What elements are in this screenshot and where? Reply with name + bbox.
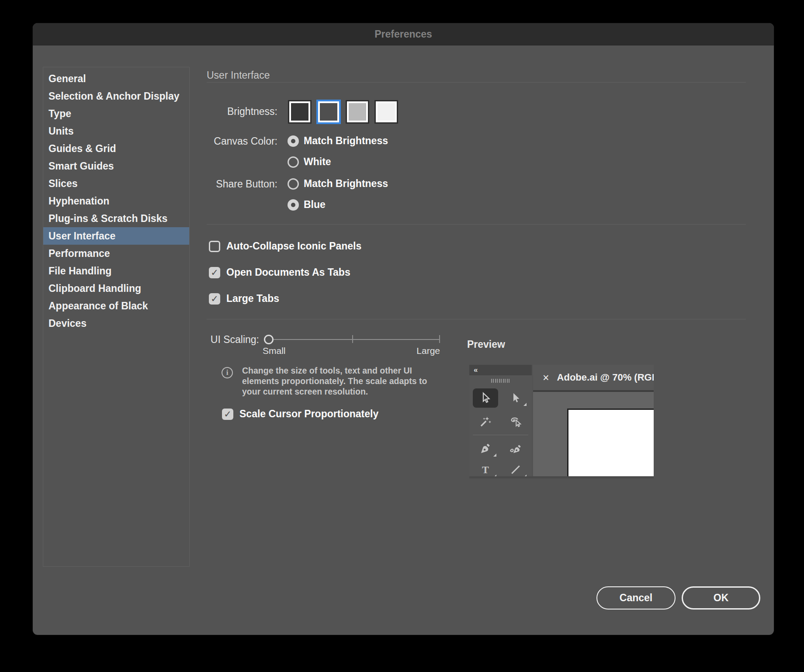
share-button-match-brightness-option-label[interactable]: Match Brightness xyxy=(304,178,388,190)
sidebar-item-hyphenation[interactable]: Hyphenation xyxy=(43,192,189,210)
collapse-panel-icon: « xyxy=(474,366,477,374)
divider xyxy=(207,224,746,225)
svg-text:T: T xyxy=(482,464,489,475)
share-button-match-brightness-radio[interactable] xyxy=(288,178,299,190)
open-documents-as-tabs-label[interactable]: Open Documents As Tabs xyxy=(226,267,350,278)
scale-cursor-proportionately-label[interactable]: Scale Cursor Proportionately xyxy=(239,408,378,420)
curvature-pen-tool-icon xyxy=(503,439,528,458)
ui-scaling-slider-track[interactable] xyxy=(274,339,440,340)
sidebar-item-selection-anchor-display[interactable]: Selection & Anchor Display xyxy=(43,87,189,105)
sidebar-item-clipboard-handling[interactable]: Clipboard Handling xyxy=(43,280,189,297)
brightness-swatch-light[interactable] xyxy=(376,101,397,122)
ui-scaling-slider-handle[interactable] xyxy=(264,335,274,344)
sidebar-item-guides-grid[interactable]: Guides & Grid xyxy=(43,140,189,157)
divider xyxy=(207,82,746,83)
ok-button[interactable]: OK xyxy=(682,586,760,610)
info-icon: i xyxy=(222,367,233,378)
canvas-color-match-brightness-radio[interactable] xyxy=(288,135,299,147)
title-bar[interactable]: Preferences xyxy=(33,23,774,45)
preview-document-tab: × Adobe.ai @ 70% (RGB/ xyxy=(533,365,654,392)
pen-tool-icon xyxy=(473,439,498,458)
large-tabs-label[interactable]: Large Tabs xyxy=(226,293,279,305)
share-button-blue-radio[interactable] xyxy=(288,199,299,211)
sidebar-item-file-handling[interactable]: File Handling xyxy=(43,262,189,280)
share-button-label: Share Button: xyxy=(181,178,277,190)
line-segment-tool-icon xyxy=(503,460,528,476)
preferences-dialog: Preferences General Selection & Anchor D… xyxy=(33,23,774,635)
ui-scaling-slider-end-tick xyxy=(439,335,440,343)
canvas-color-white-option-label[interactable]: White xyxy=(304,156,331,168)
cancel-button[interactable]: Cancel xyxy=(596,586,676,610)
auto-collapse-iconic-panels-label[interactable]: Auto-Collapse Iconic Panels xyxy=(226,240,361,252)
tab-close-icon: × xyxy=(543,371,549,384)
type-tool-icon: T xyxy=(473,460,498,476)
preview-artboard xyxy=(567,409,654,476)
ui-scaling-label: UI Scaling: xyxy=(163,334,259,346)
brightness-swatch-medium-dark[interactable] xyxy=(318,101,339,122)
sidebar-item-performance[interactable]: Performance xyxy=(43,245,189,262)
ui-scaling-max-label: Large xyxy=(396,346,440,356)
canvas-color-white-radio[interactable] xyxy=(288,156,299,168)
canvas-color-label: Canvas Color: xyxy=(181,135,277,147)
tool-flyout-indicator xyxy=(523,403,527,406)
sidebar-item-general[interactable]: General xyxy=(43,70,189,87)
canvas-color-match-brightness-option-label[interactable]: Match Brightness xyxy=(304,135,388,147)
tool-flyout-indicator xyxy=(493,454,496,457)
sidebar-item-smart-guides[interactable]: Smart Guides xyxy=(43,157,189,175)
page-title: User Interface xyxy=(207,69,270,81)
preview-base-edge xyxy=(469,476,654,478)
brightness-label: Brightness: xyxy=(181,106,277,118)
ui-scaling-slider-mid-tick xyxy=(352,335,353,343)
lasso-tool-icon xyxy=(503,412,528,431)
preview-toolbar-panel: « xyxy=(469,365,532,476)
magic-wand-tool-icon xyxy=(473,412,498,431)
sidebar-item-devices[interactable]: Devices xyxy=(43,315,189,332)
sidebar-item-slices[interactable]: Slices xyxy=(43,175,189,192)
dialog-title: Preferences xyxy=(374,28,432,40)
open-documents-as-tabs-checkbox[interactable] xyxy=(209,267,220,278)
preferences-category-list: General Selection & Anchor Display Type … xyxy=(43,67,190,567)
divider xyxy=(207,319,746,319)
panel-grip-icon xyxy=(491,379,510,383)
preview-toolbar-header: « xyxy=(469,365,532,375)
share-button-blue-option-label[interactable]: Blue xyxy=(304,199,326,211)
auto-collapse-iconic-panels-checkbox[interactable] xyxy=(209,241,220,252)
preview-canvas xyxy=(533,392,654,476)
sidebar-item-type[interactable]: Type xyxy=(43,105,189,122)
sidebar-item-units[interactable]: Units xyxy=(43,122,189,140)
large-tabs-checkbox[interactable] xyxy=(209,293,220,305)
selection-tool-icon xyxy=(473,388,498,408)
brightness-swatch-medium-light[interactable] xyxy=(347,101,368,122)
tab-title: Adobe.ai @ 70% (RGB/ xyxy=(557,372,654,383)
sidebar-item-user-interface[interactable]: User Interface xyxy=(43,227,189,245)
ui-scaling-min-label: Small xyxy=(263,346,286,356)
scale-cursor-proportionately-checkbox[interactable] xyxy=(222,409,233,420)
toolbar-divider xyxy=(473,435,528,435)
preview-label: Preview xyxy=(467,339,505,350)
sidebar-item-plugins-scratch-disks[interactable]: Plug-ins & Scratch Disks xyxy=(43,210,189,227)
direct-selection-tool-icon xyxy=(503,388,528,408)
brightness-swatch-dark[interactable] xyxy=(289,101,310,122)
ui-scaling-info-text: Change the size of tools, text and other… xyxy=(242,365,442,397)
sidebar-item-appearance-of-black[interactable]: Appearance of Black xyxy=(43,297,189,315)
